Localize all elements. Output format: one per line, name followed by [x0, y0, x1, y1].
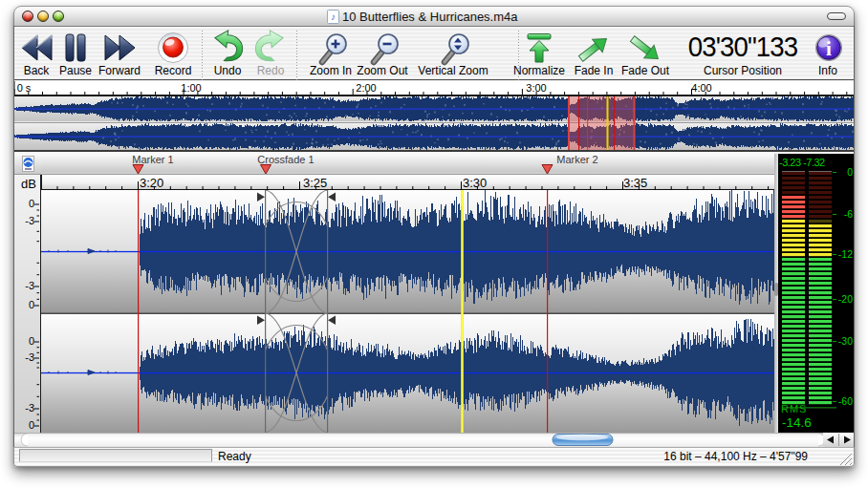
- svg-text:-12: -12: [838, 248, 853, 260]
- svg-text:-60: -60: [838, 395, 853, 407]
- svg-text:0: 0: [847, 166, 853, 178]
- svg-text:-30: -30: [838, 335, 853, 347]
- svg-text:-6: -6: [844, 208, 853, 220]
- svg-text:-14.6: -14.6: [782, 415, 812, 430]
- svg-text:RMS: RMS: [781, 403, 807, 414]
- svg-text:-20: -20: [838, 293, 853, 305]
